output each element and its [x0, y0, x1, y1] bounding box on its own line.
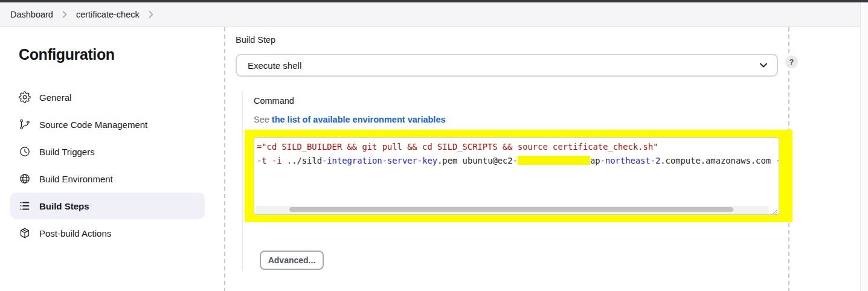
hint-prefix-text: See — [254, 115, 269, 124]
scrollbar-thumb[interactable] — [289, 207, 733, 212]
yellow-highlight-annotation: ="cd SILD_BUILDER && git pull && cd SILD… — [245, 130, 792, 222]
command-line-2: -t -i ../sild-integration-server-key.pem… — [257, 154, 779, 168]
command-line-1: ="cd SILD_BUILDER && git pull && cd SILD… — [257, 140, 658, 154]
globe-icon — [19, 173, 31, 185]
command-label: Command — [254, 96, 294, 106]
git-branch-icon — [19, 118, 31, 130]
configuration-sidebar: GeneralSource Code ManagementBuild Trigg… — [10, 84, 205, 247]
sidebar-item-label: Build Environment — [39, 174, 113, 184]
redacted-text-block — [518, 156, 590, 165]
code-token: .pem ubuntu@ec2- — [437, 156, 518, 165]
breadcrumb-dashboard-link[interactable]: Dashboard — [10, 10, 53, 19]
sidebar-divider-dashed — [224, 27, 225, 291]
sidebar-item-label: Build Steps — [39, 201, 89, 211]
chevron-right-icon — [149, 11, 153, 18]
code-token: ap — [590, 156, 600, 165]
page-scrollbar[interactable] — [860, 2, 868, 291]
breadcrumb: Dashboard certificate-check — [0, 2, 860, 27]
page-title: Configuration — [19, 46, 115, 63]
sidebar-item-general[interactable]: General — [10, 84, 205, 110]
breadcrumb-job-link[interactable]: certificate-check — [76, 10, 140, 19]
sidebar-item-label: General — [39, 92, 71, 103]
code-token: .compute.amazonaws.com — [660, 156, 776, 165]
gear-icon — [19, 91, 31, 103]
help-button[interactable]: ? — [785, 56, 798, 68]
selected-option: Execute shell — [248, 60, 301, 71]
build-step-type-select[interactable]: Execute shell — [236, 54, 778, 77]
build-step-label: Build Step — [236, 35, 275, 45]
jenkins-configure-page: Dashboard certificate-check Configuratio… — [0, 0, 868, 291]
sidebar-item-label: Build Triggers — [39, 147, 95, 157]
chevron-right-icon — [62, 11, 67, 18]
environment-variables-link[interactable]: the list of available environment variab… — [272, 115, 446, 124]
sidebar-item-build-steps[interactable]: Build Steps — [10, 193, 205, 219]
code-token: ../sild — [287, 156, 322, 165]
advanced-button[interactable]: Advanced... — [260, 251, 324, 270]
environment-variables-hint: See the list of available environment va… — [254, 115, 446, 124]
sidebar-item-label: Post-build Actions — [39, 228, 111, 238]
resize-grip-icon[interactable] — [771, 207, 777, 213]
sidebar-item-build-environment[interactable]: Build Environment — [10, 165, 205, 192]
sidebar-item-post-build-actions[interactable]: Post-build Actions — [10, 220, 205, 246]
section-indent-line — [242, 91, 243, 271]
list-icon — [19, 200, 31, 212]
code-token: -l — [776, 156, 779, 165]
clock-icon — [19, 146, 31, 158]
code-token: -integration-server-key — [322, 156, 437, 165]
textarea-horizontal-scrollbar[interactable] — [256, 206, 769, 214]
sidebar-item-source-code-management[interactable]: Source Code Management — [10, 111, 205, 138]
chevron-down-icon — [759, 60, 768, 70]
sidebar-item-build-triggers[interactable]: Build Triggers — [10, 138, 205, 165]
sidebar-item-label: Source Code Management — [39, 120, 147, 130]
command-textarea[interactable]: ="cd SILD_BUILDER && git pull && cd SILD… — [254, 137, 779, 215]
package-icon — [19, 227, 31, 239]
code-token: -t -i — [257, 156, 287, 165]
code-token: -northeast-2 — [600, 156, 661, 165]
